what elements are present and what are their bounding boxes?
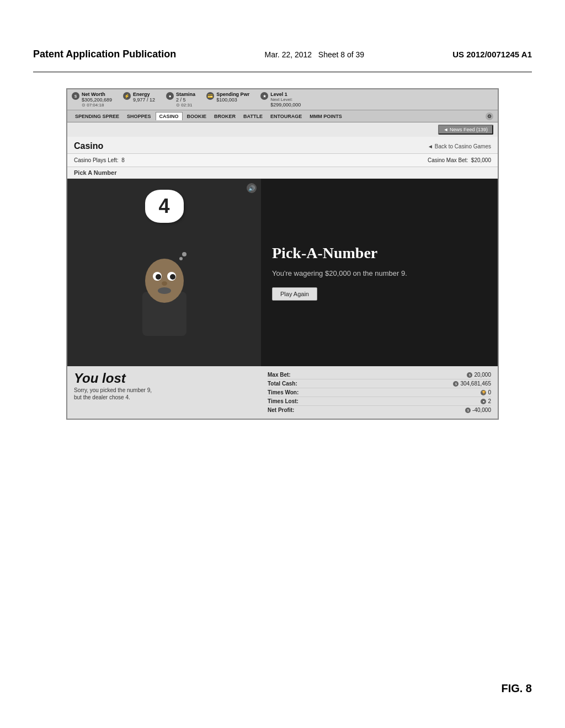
screenshot-container: $ Net Worth $305,200,689 ⊙ 07:04:18 ⚡ En… — [66, 88, 499, 420]
stats-row-times-won: Times Won: 🏆 0 — [268, 388, 491, 397]
net-profit-stat-label: Net Profit: — [268, 407, 312, 413]
dollar-icon-max: $ — [467, 372, 472, 378]
stat-energy: ⚡ Energy 9,977 / 12 — [123, 92, 155, 103]
stats-row-max-bet: Max Bet: $ 20,000 — [268, 371, 491, 379]
casino-content: Casino ◄ Back to Casino Games Casino Pla… — [67, 137, 498, 419]
stamina-sub: ⊙ 02:31 — [176, 103, 195, 108]
news-feed-container: ◄ News Feed (139) — [67, 125, 493, 135]
patent-number: US 2012/0071245 A1 — [452, 50, 532, 59]
max-bet-value: $20,000 — [471, 157, 491, 163]
patent-meta: Mar. 22, 2012 Sheet 8 of 39 — [265, 50, 365, 59]
stamina-icon: ● — [166, 92, 174, 100]
stats-right: Max Bet: $ 20,000 Total Cash: $ 304,681,… — [261, 366, 498, 419]
dealer-figure — [126, 231, 203, 341]
stats-bar: $ Net Worth $305,200,689 ⊙ 07:04:18 ⚡ En… — [67, 89, 498, 110]
stat-level: ★ Level 1 Next Level: $299,000,000 — [260, 92, 301, 108]
max-bet-stat-value: $ 20,000 — [467, 372, 491, 378]
header-divider — [33, 72, 532, 72]
level-label: Level 1 — [270, 92, 301, 97]
figure-caption: FIG. 8 — [501, 682, 532, 695]
loss-icon: ● — [481, 399, 486, 404]
nav-broker[interactable]: BROKER — [211, 113, 239, 120]
nav-entourage[interactable]: ENTOURAGE — [267, 113, 305, 120]
back-to-casino-link[interactable]: ◄ Back to Casino Games — [428, 143, 491, 149]
net-profit-stat-value: $ -40,000 — [465, 407, 491, 413]
you-lost-text: You lost — [74, 371, 254, 386]
casino-title: Casino — [74, 141, 103, 151]
play-again-button[interactable]: Play Again — [272, 287, 317, 301]
svg-point-6 — [156, 274, 161, 280]
lost-info: You lost Sorry, you picked the number 9,… — [67, 366, 261, 419]
sorry-text-line2: but the dealer chose 4. — [74, 394, 254, 400]
svg-point-8 — [162, 281, 167, 286]
svg-point-11 — [182, 252, 186, 256]
net-worth-sub: ⊙ 07:04:18 — [82, 103, 112, 108]
plays-left-label: Casino Plays Left: — [74, 157, 119, 163]
dollar-icon-profit: $ — [465, 408, 471, 413]
nav-spending-spree[interactable]: SPENDING SPREE — [72, 113, 122, 120]
dollar-icon-total: $ — [453, 381, 459, 387]
times-won-stat-label: Times Won: — [268, 389, 312, 395]
casino-max-bet: Casino Max Bet: $20,000 — [428, 157, 491, 163]
nav-bar: SPENDING SPREE SHOPPES CASINO BOOKIE BRO… — [67, 110, 498, 122]
patent-header: Patent Application Publication Mar. 22, … — [33, 49, 532, 60]
stat-stamina: ● Stamina 2 / 5 ⊙ 02:31 — [166, 92, 195, 108]
max-bet-stat-label: Max Bet: — [268, 372, 312, 378]
settings-icon: ⚙ — [486, 113, 493, 120]
stats-row-total-cash: Total Cash: $ 304,681,465 — [268, 379, 491, 388]
stats-row-net-profit: Net Profit: $ -40,000 — [268, 406, 491, 414]
net-worth-value: $305,200,689 — [82, 97, 112, 103]
nav-mmm-points[interactable]: MMM POINTS — [306, 113, 345, 120]
times-lost-stat-value: ● 2 — [481, 398, 491, 404]
total-cash-stat-value: $ 304,681,465 — [453, 381, 491, 387]
patent-title: Patent Application Publication — [33, 49, 176, 60]
svg-point-10 — [179, 257, 183, 260]
trophy-icon: 🏆 — [481, 390, 486, 395]
nav-bookie[interactable]: BOOKIE — [184, 113, 210, 120]
news-feed-button[interactable]: ◄ News Feed (139) — [438, 125, 493, 135]
svg-point-3 — [145, 259, 184, 303]
svg-point-7 — [170, 274, 175, 280]
times-won-stat-value: 🏆 0 — [481, 389, 491, 395]
casino-plays-left: Casino Plays Left: 8 — [74, 157, 125, 163]
max-bet-label: Casino Max Bet: — [428, 157, 468, 163]
stats-row-times-lost: Times Lost: ● 2 — [268, 397, 491, 406]
stamina-label: Stamina — [176, 92, 195, 97]
level-sub: Next Level: — [270, 97, 301, 102]
energy-label: Energy — [133, 92, 155, 97]
spending-pwr-label: Spending Pwr — [216, 92, 249, 97]
spending-pwr-value: $100,003 — [216, 97, 249, 103]
spending-pwr-icon: 💳 — [206, 92, 214, 100]
level-icon: ★ — [260, 92, 268, 100]
total-cash-stat-label: Total Cash: — [268, 381, 312, 387]
casino-info-bar: Casino Plays Left: 8 Casino Max Bet: $20… — [67, 154, 498, 167]
right-panel: Pick-A-Number You're wagering $20,000 on… — [261, 179, 498, 366]
wagering-text: You're wagering $20,000 on the number 9. — [272, 269, 487, 279]
stamina-value: 2 / 5 — [176, 97, 195, 103]
sorry-text-line1: Sorry, you picked the number 9, — [74, 387, 254, 393]
pick-a-number-title: Pick-A-Number — [272, 244, 487, 262]
energy-value: 9,977 / 12 — [133, 97, 155, 103]
svg-point-9 — [158, 287, 171, 294]
level-next-value: $299,000,000 — [270, 102, 301, 108]
pick-number-section-label: Pick A Number — [67, 167, 498, 179]
nav-battle[interactable]: BATTLE — [240, 113, 266, 120]
nav-shoppes[interactable]: SHOPPES — [124, 113, 154, 120]
stat-spending-pwr: 💳 Spending Pwr $100,003 — [206, 92, 249, 103]
times-lost-stat-label: Times Lost: — [268, 398, 312, 404]
dealer-panel: 🔊 4 — [67, 179, 261, 366]
nav-casino[interactable]: CASINO — [156, 112, 183, 120]
bottom-section: You lost Sorry, you picked the number 9,… — [67, 366, 498, 419]
net-worth-label: Net Worth — [82, 92, 112, 97]
sound-icon[interactable]: 🔊 — [247, 183, 257, 193]
energy-icon: ⚡ — [123, 92, 131, 100]
dealer-number-bubble: 4 — [145, 190, 184, 223]
net-worth-icon: $ — [72, 92, 79, 100]
plays-left-value: 8 — [121, 157, 125, 163]
stat-net-worth: $ Net Worth $305,200,689 ⊙ 07:04:18 — [72, 92, 112, 108]
game-area: 🔊 4 — [67, 179, 498, 366]
casino-header: Casino ◄ Back to Casino Games — [67, 137, 498, 154]
